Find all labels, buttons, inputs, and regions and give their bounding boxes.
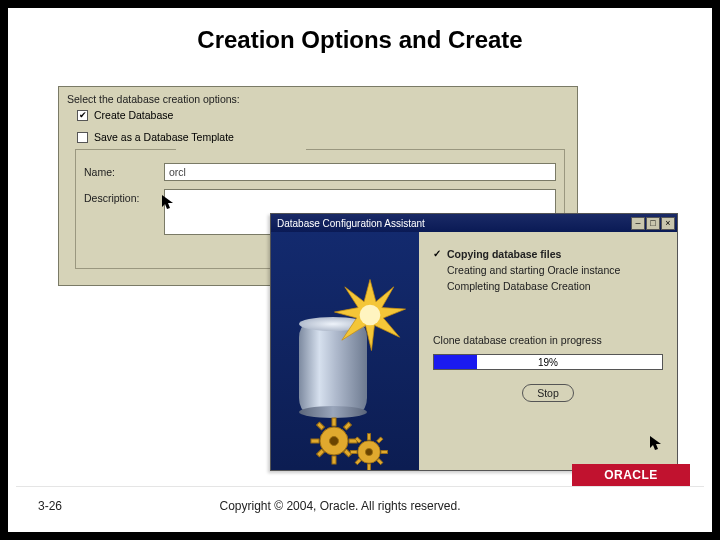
dialog-illustration-panel bbox=[271, 232, 419, 470]
svg-rect-19 bbox=[377, 437, 383, 443]
dialog-titlebar: Database Configuration Assistant – □ × bbox=[271, 214, 677, 232]
description-label: Description: bbox=[84, 189, 154, 204]
step-item: Completing Database Creation bbox=[433, 278, 663, 294]
svg-rect-17 bbox=[355, 437, 361, 443]
close-button[interactable]: × bbox=[661, 217, 675, 230]
status-text: Clone database creation in progress bbox=[433, 334, 663, 346]
svg-rect-7 bbox=[317, 422, 325, 430]
starburst-icon bbox=[333, 278, 407, 352]
name-input[interactable]: orcl bbox=[164, 163, 556, 181]
create-database-label: Create Database bbox=[94, 109, 173, 121]
cursor-icon bbox=[650, 436, 662, 452]
svg-point-21 bbox=[365, 448, 372, 455]
page-number: 3-26 bbox=[16, 499, 96, 513]
maximize-button[interactable]: □ bbox=[646, 217, 660, 230]
svg-rect-13 bbox=[367, 434, 370, 440]
name-label: Name: bbox=[84, 163, 154, 178]
svg-marker-22 bbox=[162, 195, 173, 209]
gear-icon bbox=[349, 432, 389, 470]
progress-bar: 19% bbox=[433, 354, 663, 370]
cursor-icon bbox=[162, 195, 174, 211]
svg-rect-3 bbox=[332, 418, 336, 426]
save-template-label: Save as a Database Template bbox=[94, 131, 234, 143]
svg-rect-15 bbox=[351, 450, 357, 453]
svg-rect-18 bbox=[377, 458, 383, 464]
create-database-checkbox[interactable]: ✔ bbox=[77, 110, 88, 121]
svg-point-1 bbox=[360, 305, 381, 326]
svg-point-11 bbox=[330, 437, 339, 446]
slide-footer: 3-26 Copyright © 2004, Oracle. All right… bbox=[16, 486, 704, 524]
svg-rect-4 bbox=[332, 456, 336, 464]
slide-title: Creation Options and Create bbox=[8, 26, 712, 54]
svg-marker-23 bbox=[650, 436, 661, 450]
copyright-text: Copyright © 2004, Oracle. All rights res… bbox=[96, 499, 584, 513]
step-item: Creating and starting Oracle instance bbox=[433, 262, 663, 278]
save-template-checkbox[interactable] bbox=[77, 132, 88, 143]
minimize-button[interactable]: – bbox=[631, 217, 645, 230]
svg-rect-5 bbox=[311, 439, 319, 443]
progress-dialog: Database Configuration Assistant – □ × bbox=[270, 213, 678, 471]
brand-badge: ORACLE bbox=[572, 464, 690, 486]
stop-button[interactable]: Stop bbox=[522, 384, 574, 402]
progress-percent: 19% bbox=[434, 355, 662, 369]
dialog-title: Database Configuration Assistant bbox=[277, 218, 425, 229]
svg-rect-14 bbox=[367, 464, 370, 470]
svg-rect-16 bbox=[381, 450, 387, 453]
svg-rect-20 bbox=[355, 458, 361, 464]
creation-options-instruction: Select the database creation options: bbox=[59, 87, 577, 107]
svg-rect-10 bbox=[317, 449, 325, 457]
svg-rect-9 bbox=[344, 422, 352, 430]
step-item: Copying database files bbox=[433, 246, 663, 262]
